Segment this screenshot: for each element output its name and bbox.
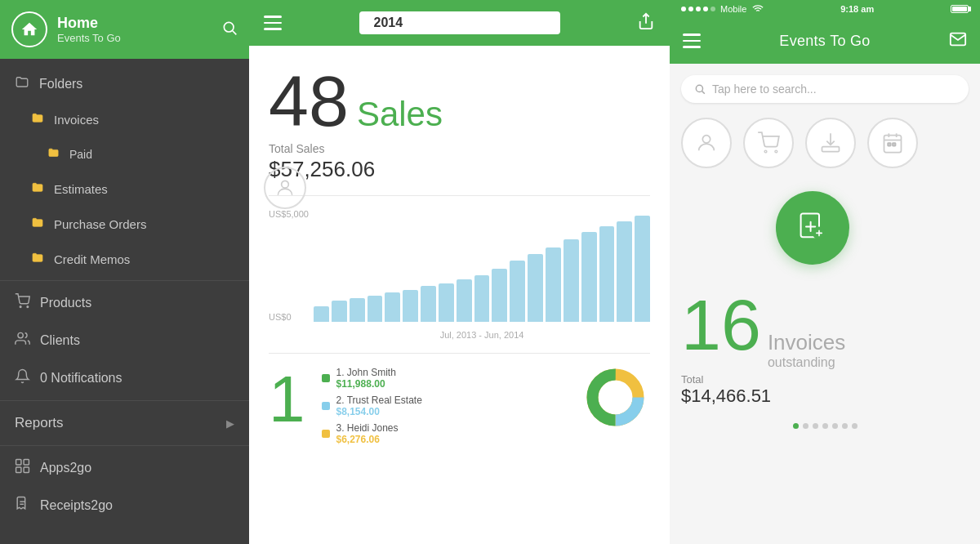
receipt-icon [15, 496, 30, 515]
sidebar-item-credit-memos[interactable]: Credit Memos [0, 242, 249, 277]
bar [635, 216, 650, 322]
battery-area [951, 5, 969, 13]
sidebar-label-estimates: Estimates [54, 182, 108, 196]
bar [474, 275, 490, 322]
quick-icon-person[interactable] [681, 118, 732, 168]
sidebar-item-paid[interactable]: Paid [0, 137, 249, 172]
page-dot-2[interactable] [813, 423, 818, 429]
sidebar-item-clients[interactable]: Clients [0, 322, 249, 359]
year-selector-input[interactable] [358, 10, 562, 36]
sidebar-item-purchase-orders[interactable]: Purchase Orders [0, 207, 249, 242]
svg-rect-27 [893, 143, 896, 146]
mail-icon[interactable] [949, 30, 967, 51]
bar [421, 286, 436, 322]
chevron-right-icon: ▶ [226, 417, 234, 430]
svg-point-3 [27, 306, 29, 308]
sidebar-item-apps2go[interactable]: Apps2go [0, 449, 249, 487]
quick-icon-download[interactable] [805, 118, 856, 168]
svg-point-19 [764, 150, 767, 153]
page-dot-5[interactable] [842, 423, 848, 429]
bar [492, 269, 507, 322]
chart-y-bottom-label: US$0 [269, 312, 292, 322]
sidebar-item-receipts2go[interactable]: Receipts2go [0, 487, 249, 524]
bottom-number-area: 1 [269, 367, 305, 432]
svg-rect-5 [16, 460, 21, 465]
page-dot-4[interactable] [832, 423, 838, 429]
svg-point-11 [282, 181, 289, 188]
folder-yellow-icon [31, 111, 44, 128]
bar [528, 254, 543, 322]
legend-dot [322, 374, 330, 382]
quick-icon-cart[interactable] [743, 118, 794, 168]
sidebar: Home Events To Go Folders [0, 0, 249, 544]
total-sales-amount: $57,256.06 [269, 157, 650, 182]
quick-icon-calendar[interactable] [867, 118, 918, 168]
sidebar-item-invoices[interactable]: Invoices [0, 102, 249, 137]
sidebar-label-clients: Clients [40, 333, 80, 348]
svg-point-4 [18, 332, 23, 337]
bar [403, 290, 418, 322]
sidebar-nav: Folders Invoices Paid [0, 59, 249, 544]
outstanding-count: 16 [681, 289, 761, 361]
folder-estimates-icon [31, 181, 44, 198]
search-icon[interactable] [221, 20, 238, 40]
sidebar-item-folders[interactable]: Folders [0, 65, 249, 102]
sidebar-item-estimates[interactable]: Estimates [0, 172, 249, 207]
time-label: 9:18 am [840, 4, 874, 14]
mobile-status-bar: Mobile 9:18 am [670, 0, 980, 18]
bar [617, 221, 632, 323]
svg-rect-6 [24, 460, 29, 465]
nav-divider-2 [0, 400, 249, 401]
svg-point-18 [702, 136, 710, 143]
right-hamburger-button[interactable] [683, 33, 701, 48]
quick-icons-row [681, 113, 969, 173]
legend-item: 3. Heidi Jones $6,276.06 [322, 422, 569, 445]
page-dot-6[interactable] [852, 423, 858, 429]
sidebar-label-invoices: Invoices [54, 113, 99, 127]
svg-line-1 [233, 30, 237, 34]
svg-point-20 [775, 150, 777, 153]
chart-divider-2 [269, 353, 650, 354]
legend-list: 1. John Smith $11,988.00 2. Trust Real E… [322, 367, 569, 450]
hamburger-menu-button[interactable] [264, 16, 282, 30]
bar [546, 247, 561, 322]
right-topbar: Events To Go [670, 18, 980, 64]
bar [439, 283, 454, 322]
sidebar-label-credit-memos: Credit Memos [54, 252, 130, 266]
sidebar-label-receipts2go: Receipts2go [40, 498, 113, 513]
bar [457, 279, 472, 322]
invoices-outstanding-section: 16 Invoices outstanding Total $14,466.51 [681, 283, 969, 407]
sidebar-item-reports[interactable]: Reports ▶ [0, 404, 249, 442]
sidebar-label-reports: Reports [15, 415, 64, 431]
carrier-label: Mobile [720, 4, 746, 14]
user-avatar-middle [264, 167, 306, 209]
page-dot-0[interactable] [793, 423, 799, 429]
home-icon-circle[interactable] [11, 11, 47, 47]
page-dots [681, 423, 969, 429]
folder-icon [15, 74, 29, 93]
people-icon [15, 331, 30, 350]
sidebar-label-purchase-orders: Purchase Orders [54, 217, 146, 231]
search-bar[interactable]: Tap here to search... [681, 75, 969, 103]
page-dot-3[interactable] [822, 423, 828, 429]
search-placeholder: Tap here to search... [712, 82, 817, 96]
bottom-section: 1 1. John Smith $11,988.00 2. Trust Real… [269, 367, 650, 450]
sidebar-subtitle: Events To Go [57, 32, 212, 44]
sidebar-header-text: Home Events To Go [57, 15, 212, 45]
bar [385, 292, 400, 322]
svg-point-2 [20, 306, 21, 308]
folder-paid-icon [47, 146, 60, 163]
middle-panel: 48 Sales Total Sales $57,256.06 US$5,000… [249, 0, 670, 544]
chart-x-label: Jul, 2013 - Jun, 2014 [314, 330, 650, 340]
sidebar-item-notifications[interactable]: 0 Notifications [0, 359, 249, 397]
bar [599, 226, 615, 322]
sidebar-label-apps2go: Apps2go [40, 461, 91, 475]
signal-bars: Mobile [681, 3, 764, 15]
page-dot-1[interactable] [803, 423, 808, 429]
share-icon[interactable] [637, 12, 655, 34]
bar [581, 232, 597, 323]
svg-line-17 [702, 91, 705, 94]
sidebar-item-products[interactable]: Products [0, 284, 249, 322]
sidebar-label-products: Products [40, 296, 91, 310]
add-invoice-button[interactable] [776, 191, 849, 265]
